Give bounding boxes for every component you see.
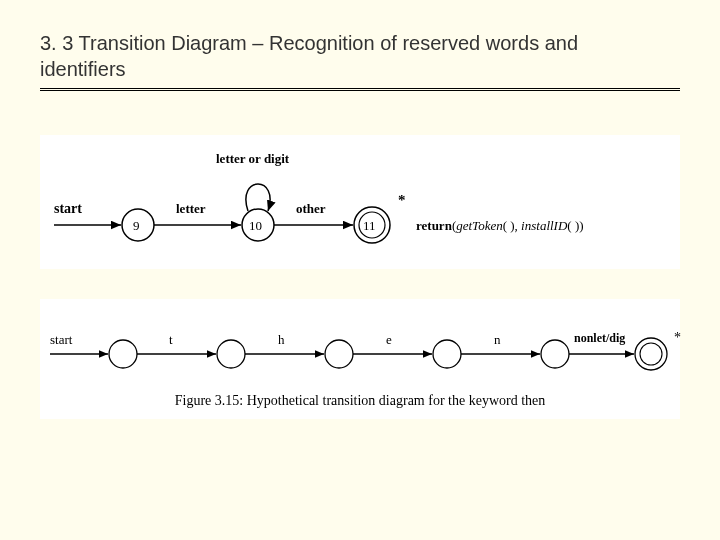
state-10-label: 10	[249, 218, 262, 233]
ret-mid: ( ),	[503, 218, 521, 233]
ret-rp: ( ))	[567, 218, 583, 233]
loop-10	[246, 184, 270, 211]
then-edge-3-label: e	[386, 332, 392, 347]
ret-gettoken: getToken	[456, 218, 502, 233]
star-11: *	[398, 192, 406, 208]
then-state-4	[433, 340, 461, 368]
then-svg: start t h e n nonlet/dig	[46, 309, 686, 379]
title-line-2: identifiers	[40, 58, 126, 80]
title-rule	[40, 88, 680, 95]
then-state-1	[109, 340, 137, 368]
then-state-2	[217, 340, 245, 368]
then-edge-2-label: h	[278, 332, 285, 347]
ret-installid: installID	[521, 218, 568, 233]
then-state-6-inner	[640, 343, 662, 365]
state-9-label: 9	[133, 218, 140, 233]
then-state-3	[325, 340, 353, 368]
edge-9-10-label: letter	[176, 201, 206, 216]
figure-then-diagram: start t h e n nonlet/dig	[40, 299, 680, 419]
ret-return: return	[416, 218, 453, 233]
edge-10-11-label: other	[296, 201, 326, 216]
state-11-label: 11	[363, 218, 376, 233]
then-edge-5-label: nonlet/dig	[574, 331, 625, 345]
figure-identifier-diagram: start 9 letter 10 letter or digit other …	[40, 135, 680, 269]
then-edge-1-label: t	[169, 332, 173, 347]
then-state-5	[541, 340, 569, 368]
slide-title: 3. 3 Transition Diagram – Recognition of…	[40, 30, 680, 82]
then-start-label: start	[50, 332, 73, 347]
start-label: start	[54, 201, 82, 216]
return-text: return(getToken( ), installID( ))	[416, 218, 584, 233]
identifier-svg: start 9 letter 10 letter or digit other …	[46, 145, 666, 255]
figure-then-caption: Figure 3.15: Hypothetical transition dia…	[46, 393, 674, 409]
loop-10-label: letter or digit	[216, 151, 290, 166]
title-line-1: 3. 3 Transition Diagram – Recognition of…	[40, 32, 578, 54]
then-edge-4-label: n	[494, 332, 501, 347]
then-star: *	[674, 330, 681, 345]
